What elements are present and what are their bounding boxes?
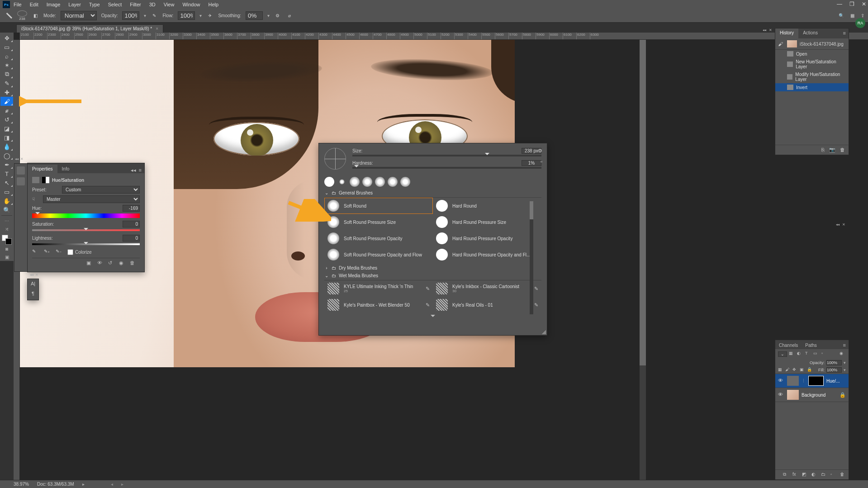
panel-close-icon[interactable]: ✕ bbox=[20, 157, 24, 161]
folder-label[interactable]: General Brushes bbox=[339, 190, 373, 195]
brush-preset-item[interactable]: Hard Round Pressure Opacity and Fl... bbox=[433, 246, 541, 263]
panel-collapse-icon[interactable]: ◂◂ bbox=[763, 28, 766, 32]
doc-size[interactable]: Doc: 63.3M/63.3M bbox=[37, 482, 74, 487]
brush-preset-item[interactable]: KYLE Ultimate Inking Thick 'n Thin25✎ bbox=[324, 280, 433, 297]
layer-opacity-input[interactable] bbox=[826, 360, 842, 365]
flow-dropdown-icon[interactable]: ▾ bbox=[199, 13, 202, 18]
document-tab[interactable]: iStock-614737048.jpg @ 39% (Hue/Saturati… bbox=[16, 24, 163, 33]
edit-toolbar-icon[interactable]: ⋯ bbox=[0, 217, 13, 225]
history-state[interactable]: New Hue/Saturation Layer bbox=[775, 58, 849, 71]
lock-all-icon[interactable]: 🔒 bbox=[807, 367, 812, 373]
menu-type[interactable]: Type bbox=[89, 2, 100, 7]
brush-preset-item[interactable]: Soft Round Pressure Opacity bbox=[324, 230, 433, 246]
lock-artboard-icon[interactable]: ▣ bbox=[800, 367, 805, 373]
swap-colors-icon[interactable]: ⤮ bbox=[0, 225, 13, 233]
airbrush-icon[interactable]: ✈ bbox=[206, 12, 213, 19]
filter-shape-icon[interactable]: ▭ bbox=[813, 351, 820, 357]
menu-edit[interactable]: Edit bbox=[30, 2, 38, 7]
panel-menu-icon[interactable]: ≡ bbox=[840, 341, 849, 349]
pressure-size-icon[interactable]: ⌀ bbox=[286, 12, 293, 19]
panel-resize-icon[interactable] bbox=[541, 330, 546, 334]
view-previous-icon[interactable]: 👁 bbox=[97, 260, 104, 266]
brush-angle-control[interactable] bbox=[324, 148, 346, 170]
actions-tab[interactable]: Actions bbox=[798, 28, 822, 38]
zoom-level[interactable]: 38.97% bbox=[14, 482, 29, 487]
menu-image[interactable]: Image bbox=[47, 2, 61, 7]
new-snapshot-icon[interactable]: 📷 bbox=[829, 147, 835, 153]
brush-preset-item[interactable]: Kyle's Paintbox - Wet Blender 50✎ bbox=[324, 297, 433, 313]
menu-view[interactable]: View bbox=[164, 2, 175, 7]
add-mask-icon[interactable]: ◩ bbox=[802, 472, 808, 478]
layer-row[interactable]: 👁 ⋮ Hue/... bbox=[775, 374, 849, 388]
brush-tool-icon[interactable] bbox=[4, 10, 14, 21]
folder-toggle-icon[interactable]: ⌄ bbox=[324, 273, 329, 278]
folder-label[interactable]: Dry Media Brushes bbox=[339, 265, 377, 270]
layer-name[interactable]: Hue/... bbox=[826, 379, 840, 384]
menu-select[interactable]: Select bbox=[108, 2, 122, 7]
properties-tab[interactable]: Properties bbox=[28, 165, 57, 173]
snapshot-thumb[interactable] bbox=[787, 40, 797, 47]
delete-state-icon[interactable]: 🗑 bbox=[840, 147, 845, 153]
brush-panel-toggle-icon[interactable]: ◧ bbox=[32, 12, 39, 19]
delete-layer-icon[interactable]: 🗑 bbox=[840, 472, 846, 478]
brush-preset-item[interactable]: Soft Round Pressure Opacity and Flow bbox=[324, 246, 433, 263]
layer-filter-select[interactable]: ⌄ bbox=[778, 351, 787, 357]
recent-brush[interactable] bbox=[350, 177, 360, 187]
brush-scrollbar[interactable] bbox=[530, 201, 533, 314]
tab-close-icon[interactable]: × bbox=[156, 26, 158, 31]
lock-pixels-icon[interactable]: 🖌 bbox=[785, 367, 791, 373]
canvas-scrollbar-vertical[interactable] bbox=[640, 40, 646, 480]
eyedropper-add-icon[interactable]: ✎₊ bbox=[44, 249, 50, 255]
filter-smart-icon[interactable]: ▫ bbox=[821, 351, 828, 357]
screenmode-icon[interactable]: ▣ bbox=[0, 253, 13, 261]
visibility-icon[interactable]: 👁 bbox=[778, 378, 784, 384]
history-state[interactable]: Invert bbox=[775, 83, 849, 91]
brush-settings-icon[interactable]: ⚙ bbox=[538, 148, 542, 154]
blur-tool[interactable]: 💧 bbox=[0, 142, 13, 151]
search-icon[interactable]: 🔍 bbox=[839, 13, 844, 18]
brush-preview[interactable] bbox=[17, 10, 27, 17]
history-tab[interactable]: History bbox=[775, 28, 798, 38]
saturation-slider[interactable] bbox=[32, 229, 140, 231]
eyedropper-sub-icon[interactable]: ✎₋ bbox=[56, 249, 62, 255]
smoothing-input[interactable] bbox=[246, 11, 263, 20]
menu-layer[interactable]: Layer bbox=[68, 2, 81, 7]
new-adjustment-icon[interactable]: ◐ bbox=[811, 472, 817, 478]
color-swatches[interactable] bbox=[2, 235, 12, 245]
opacity-dropdown-icon[interactable]: ▾ bbox=[144, 13, 146, 18]
snapshot-name[interactable]: iStock-614737048.jpg bbox=[800, 42, 844, 47]
brush-hardness-value[interactable]: 1% bbox=[522, 160, 541, 166]
panel-menu-icon[interactable]: ≡ bbox=[840, 28, 849, 38]
link-layers-icon[interactable]: ⧉ bbox=[783, 472, 789, 478]
lightness-slider[interactable] bbox=[32, 243, 140, 245]
reset-icon[interactable]: ↺ bbox=[108, 260, 114, 266]
panel-close-icon[interactable]: ✕ bbox=[842, 223, 845, 227]
ruler-horizontal[interactable]: 2100220023002400250026002700280029003000… bbox=[20, 33, 868, 40]
history-state[interactable]: Open bbox=[775, 50, 849, 58]
crop-tool[interactable]: ⧉ bbox=[0, 70, 13, 79]
user-avatar[interactable]: RA bbox=[855, 18, 865, 28]
info-tab[interactable]: Info bbox=[57, 165, 74, 173]
hue-slider[interactable] bbox=[32, 213, 140, 218]
panel-collapse-icon[interactable]: ◂◂ bbox=[15, 157, 19, 161]
paths-tab[interactable]: Paths bbox=[802, 341, 821, 349]
dodge-tool[interactable]: ◯ bbox=[0, 151, 13, 160]
quick-select-tool[interactable]: ✶ bbox=[0, 61, 13, 70]
lock-icon[interactable]: 🔒 bbox=[840, 392, 846, 398]
smoothing-dropdown-icon[interactable]: ▾ bbox=[267, 13, 270, 18]
blend-mode-select[interactable]: Normal bbox=[61, 11, 97, 20]
visibility-icon[interactable]: 👁 bbox=[778, 392, 784, 398]
folder-toggle-icon[interactable]: › bbox=[324, 265, 329, 270]
smoothing-options-icon[interactable]: ⚙ bbox=[274, 12, 281, 19]
eyedropper-tool[interactable]: ✎ bbox=[0, 79, 13, 88]
flow-input[interactable] bbox=[178, 11, 195, 20]
healing-tool[interactable]: ✚ bbox=[0, 88, 13, 97]
brush-preset-item[interactable]: Kyle's Inkbox - Classic Cartoonist30✎ bbox=[433, 280, 541, 297]
close-icon[interactable]: ✕ bbox=[862, 1, 866, 7]
move-tool[interactable]: ✥ bbox=[0, 33, 13, 43]
panel-collapse-icon[interactable]: ◂◂ bbox=[131, 167, 136, 173]
recent-brush[interactable] bbox=[340, 180, 345, 185]
link-icon[interactable]: ⋮ bbox=[802, 379, 806, 383]
channel-select[interactable]: Master bbox=[43, 195, 140, 203]
new-group-icon[interactable]: 🗀 bbox=[821, 472, 827, 478]
